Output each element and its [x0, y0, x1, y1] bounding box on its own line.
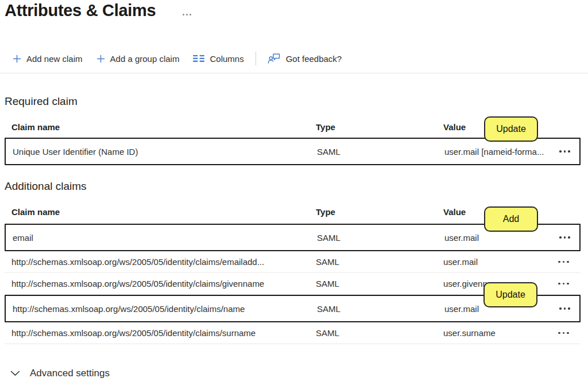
row-menu-icon[interactable] — [548, 225, 582, 250]
page-more-options-icon[interactable] — [183, 14, 191, 15]
required-claim-heading: Required claim — [5, 95, 78, 108]
column-header-claim-name: Claim name — [11, 207, 316, 217]
column-header-type: Type — [316, 207, 443, 217]
row-menu-icon[interactable] — [547, 322, 581, 344]
add-group-claim-label: Add a group claim — [110, 54, 180, 64]
type-cell: SAML — [317, 233, 444, 243]
column-header-claim-name: Claim name — [11, 122, 316, 132]
feedback-icon — [268, 53, 281, 64]
table-row[interactable]: http://schemas.xmlsoap.org/ws/2005/05/id… — [5, 322, 581, 344]
got-feedback-button[interactable]: Got feedback? — [261, 49, 349, 68]
annotation-note-update-name: Update — [483, 282, 537, 307]
row-menu-icon[interactable] — [547, 273, 581, 294]
claim-name-cell: http://schemas.xmlsoap.org/ws/2005/05/id… — [13, 304, 317, 314]
got-feedback-label: Got feedback? — [286, 54, 342, 64]
add-group-claim-button[interactable]: Add a group claim — [90, 49, 187, 68]
plus-icon — [13, 54, 21, 63]
command-bar: Add new claim Add a group claim Columns … — [6, 49, 349, 68]
row-menu-icon[interactable] — [548, 296, 582, 321]
row-menu-icon[interactable] — [547, 251, 581, 272]
annotation-note-add-email: Add — [484, 206, 538, 232]
toolbar-divider — [256, 52, 256, 65]
additional-claims-heading: Additional claims — [5, 180, 87, 193]
claim-name-cell: email — [13, 233, 317, 243]
value-cell: user.surname — [443, 328, 547, 338]
chevron-down-icon — [10, 371, 20, 376]
value-cell: user.mail — [444, 233, 548, 243]
claim-name-cell: http://schemas.xmlsoap.org/ws/2005/05/id… — [11, 279, 316, 288]
claim-name-cell: http://schemas.xmlsoap.org/ws/2005/05/id… — [11, 328, 316, 338]
type-cell: SAML — [316, 257, 443, 267]
columns-icon — [193, 54, 204, 63]
type-cell: SAML — [316, 279, 443, 288]
type-cell: SAML — [317, 147, 444, 157]
page-title: Attributes & Claims — [5, 1, 156, 20]
add-new-claim-button[interactable]: Add new claim — [6, 49, 90, 68]
plus-icon — [96, 54, 105, 63]
claim-name-cell: Unique User Identifier (Name ID) — [13, 147, 317, 157]
table-row-unique-user-identifier[interactable]: Unique User Identifier (Name ID) SAML us… — [5, 138, 581, 165]
column-header-type: Type — [316, 122, 443, 132]
row-menu-icon[interactable] — [548, 139, 582, 164]
toolbar-divider-line — [0, 73, 588, 73]
add-new-claim-label: Add new claim — [26, 54, 83, 64]
attributes-claims-page: Attributes & Claims Add new claim Add a … — [0, 0, 588, 386]
value-cell: user.mail [nameid-forma... — [444, 147, 548, 157]
type-cell: SAML — [317, 304, 444, 314]
columns-label: Columns — [210, 54, 243, 64]
claim-name-cell: http://schemas.xmlsoap.org/ws/2005/05/id… — [11, 257, 316, 267]
required-claim-table: Unique User Identifier (Name ID) SAML us… — [5, 138, 581, 165]
table-row[interactable]: http://schemas.xmlsoap.org/ws/2005/05/id… — [5, 251, 581, 273]
columns-button[interactable]: Columns — [186, 49, 250, 68]
value-cell: user.mail — [443, 257, 547, 267]
advanced-settings-toggle[interactable]: Advanced settings — [10, 368, 110, 379]
advanced-settings-label: Advanced settings — [30, 368, 110, 379]
type-cell: SAML — [316, 328, 443, 338]
annotation-note-update-required: Update — [484, 116, 538, 142]
